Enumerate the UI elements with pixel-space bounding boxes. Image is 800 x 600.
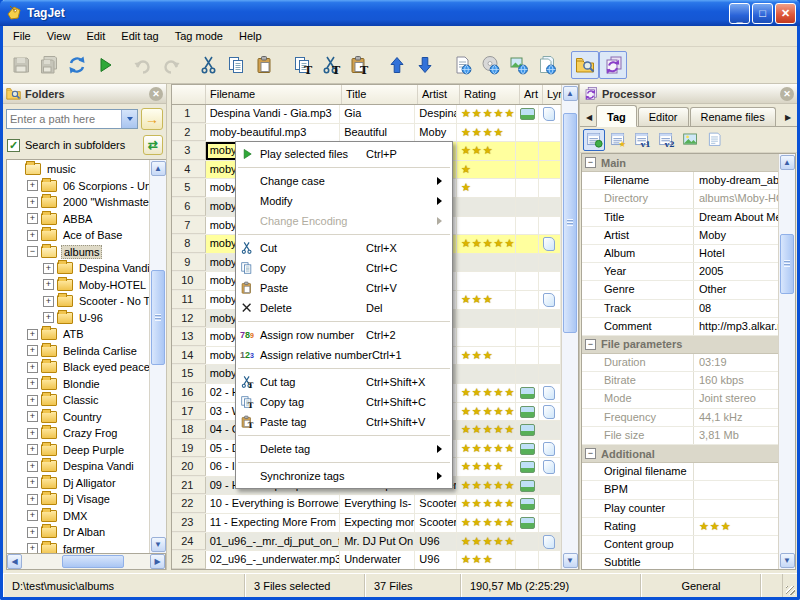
cell-lyr[interactable]: [539, 495, 561, 513]
cell-rt[interactable]: ★★★★★: [457, 105, 516, 123]
cell-rt[interactable]: ★★★: [457, 291, 516, 309]
cell-rt[interactable]: ★★★★: [457, 458, 516, 476]
column-header-artist[interactable]: Artist: [418, 85, 460, 104]
cell-lyr[interactable]: [539, 217, 561, 235]
property-value[interactable]: 44,1 kHz: [694, 409, 778, 426]
folders-panel-close-icon[interactable]: ✕: [149, 87, 163, 101]
group-collapse-icon[interactable]: −: [585, 339, 596, 350]
tag-full-icon[interactable]: [583, 129, 605, 151]
property-group-additional[interactable]: −Additional: [582, 445, 778, 463]
group-collapse-icon[interactable]: −: [585, 448, 596, 459]
property-value[interactable]: [694, 500, 778, 517]
cell-rt[interactable]: [457, 328, 516, 346]
cell-art[interactable]: [516, 403, 539, 421]
cell-lyr[interactable]: [539, 533, 561, 551]
play-icon[interactable]: [91, 51, 119, 79]
cell-ti[interactable]: Underwater: [340, 551, 415, 569]
processor-panel-toggle-icon[interactable]: [599, 51, 627, 79]
cell-ar[interactable]: Despina: [415, 105, 457, 123]
cell-rt[interactable]: [457, 217, 516, 235]
lyrics-icon[interactable]: [703, 129, 725, 151]
cell-art[interactable]: [516, 347, 539, 365]
group-collapse-icon[interactable]: −: [585, 157, 596, 168]
property-value[interactable]: albums\Moby-HOT: [694, 190, 778, 207]
context-menu-item-cut-tag[interactable]: TCut tagCtrl+Shift+X: [236, 372, 452, 392]
context-menu-item-paste[interactable]: PasteCtrl+V: [236, 278, 452, 298]
web-file-icon[interactable]: [449, 51, 477, 79]
cell-lyr[interactable]: [539, 272, 561, 290]
property-value[interactable]: [694, 536, 778, 553]
cell-ti[interactable]: Expecting mor: [340, 514, 415, 532]
tree-item-abba[interactable]: +ABBA: [7, 211, 149, 228]
cell-art[interactable]: [516, 198, 539, 216]
property-value[interactable]: 2005: [694, 263, 778, 280]
property-value[interactable]: Moby: [694, 227, 778, 244]
table-row[interactable]: 2moby-beautiful.mp3BeautifulMoby★★★★: [172, 124, 561, 143]
tag-v1-icon[interactable]: v1: [631, 129, 653, 151]
tree-item-scooter-no-t[interactable]: +Scooter - No T: [7, 293, 149, 310]
tree-item-dj-alligator[interactable]: +Dj Alligator: [7, 475, 149, 492]
list-vertical-scrollbar[interactable]: ▲ ▼: [561, 85, 578, 569]
minimize-button[interactable]: _: [729, 3, 750, 24]
cell-rt[interactable]: ★★★: [457, 142, 516, 160]
cell-rt[interactable]: ★★★★★: [457, 477, 516, 495]
cell-lyr[interactable]: [539, 161, 561, 179]
cell-lyr[interactable]: [539, 142, 561, 160]
tree-item-classic[interactable]: +Classic: [7, 392, 149, 409]
menu-item-file[interactable]: File: [5, 27, 39, 45]
scroll-up-icon[interactable]: ▲: [151, 161, 166, 176]
tree-expander-icon[interactable]: −: [27, 246, 38, 257]
column-header-rating[interactable]: Rating: [460, 85, 520, 104]
cell-lyr[interactable]: [539, 105, 561, 123]
paste-tag-icon[interactable]: T: [345, 51, 373, 79]
tree-expander-icon[interactable]: +: [27, 461, 38, 472]
column-header-art[interactable]: Art: [520, 85, 543, 104]
cell-fn[interactable]: 01_u96_-_mr._dj_put_on_the: [206, 533, 341, 551]
processor-panel-close-icon[interactable]: ✕: [780, 87, 794, 101]
tree-expander-icon[interactable]: +: [27, 527, 38, 538]
menu-item-edit[interactable]: Edit: [78, 27, 113, 45]
cell-art[interactable]: [516, 105, 539, 123]
tree-item-atb[interactable]: +ATB: [7, 326, 149, 343]
cell-rt[interactable]: ★★★★★: [457, 514, 516, 532]
context-menu-item-cut[interactable]: CutCtrl+X: [236, 238, 452, 258]
cell-ar[interactable]: Scooter: [415, 514, 457, 532]
cell-rt[interactable]: ★★★★★: [457, 440, 516, 458]
property-value[interactable]: 160 kbps: [694, 372, 778, 389]
grid-scroll-thumb[interactable]: [780, 234, 794, 294]
column-header-title[interactable]: Title: [342, 85, 418, 104]
refresh-icon[interactable]: [63, 51, 91, 79]
paste-icon[interactable]: [251, 51, 279, 79]
tree-item-country[interactable]: +Country: [7, 409, 149, 426]
property-value[interactable]: Joint stereo: [694, 390, 778, 407]
property-value[interactable]: moby-dream_abou: [694, 172, 778, 189]
cell-rt[interactable]: ★: [457, 179, 516, 197]
cell-art[interactable]: [516, 514, 539, 532]
search-subfolders-checkbox[interactable]: ✓: [7, 139, 20, 152]
cell-rt[interactable]: [457, 310, 516, 328]
tree-expander-icon[interactable]: +: [27, 213, 38, 224]
tree-expander-icon[interactable]: +: [27, 197, 38, 208]
cell-lyr[interactable]: [539, 551, 561, 569]
property-value[interactable]: Other: [694, 281, 778, 298]
cell-rt[interactable]: ★★★: [457, 551, 516, 569]
cell-rt[interactable]: ★★★★★: [457, 533, 516, 551]
folders-panel-toggle-icon[interactable]: [571, 51, 599, 79]
context-menu-item-modify[interactable]: Modify: [236, 191, 452, 211]
web-art-icon[interactable]: [505, 51, 533, 79]
tree-expander-icon[interactable]: +: [43, 312, 54, 323]
scroll-left-icon[interactable]: ◀: [7, 554, 22, 569]
tree-expander-icon[interactable]: +: [27, 444, 38, 455]
cell-rt[interactable]: ★★★: [457, 347, 516, 365]
cell-art[interactable]: [516, 179, 539, 197]
cell-rt[interactable]: ★★★★★: [457, 403, 516, 421]
tree-item-06-scorpions-unt[interactable]: +06 Scorpions - Unt: [7, 178, 149, 195]
cell-lyr[interactable]: [539, 310, 561, 328]
menu-item-view[interactable]: View: [39, 27, 79, 45]
close-button[interactable]: ✕: [775, 3, 796, 24]
cell-art[interactable]: [516, 310, 539, 328]
table-row[interactable]: 2401_u96_-_mr._dj_put_on_theMr. DJ Put O…: [172, 533, 561, 552]
property-group-main[interactable]: −Main: [582, 154, 778, 172]
tree-item-u-96[interactable]: +U-96: [7, 310, 149, 327]
tree-expander-icon[interactable]: +: [27, 345, 38, 356]
